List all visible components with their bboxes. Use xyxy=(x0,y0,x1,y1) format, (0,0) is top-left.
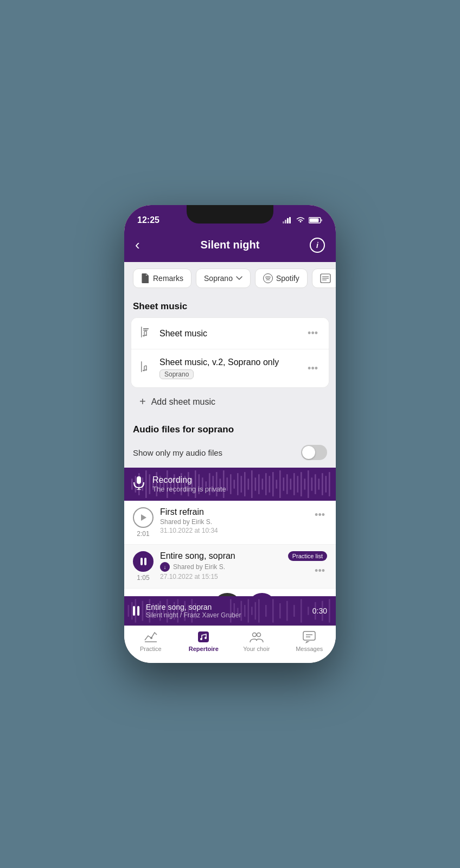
svg-rect-76 xyxy=(318,478,320,489)
recording-bar[interactable]: Recording The recording is private xyxy=(124,468,336,501)
sheet-music-item-2[interactable]: Sheet music, v.2, Soprano only Soprano •… xyxy=(131,350,329,387)
svg-rect-6 xyxy=(310,219,319,222)
back-button[interactable]: ‹ xyxy=(135,237,155,253)
wifi-icon xyxy=(296,216,305,224)
plus-icon: + xyxy=(139,395,146,408)
dropdown-icon xyxy=(236,276,242,280)
svg-rect-57 xyxy=(251,470,253,498)
nav-repertoire-label: Repertoire xyxy=(189,646,219,652)
playback-controls-row: 4s xyxy=(124,589,336,596)
svg-rect-77 xyxy=(322,473,323,495)
audio-title-2: Entire song, sopran xyxy=(160,551,282,561)
pause-button-2[interactable] xyxy=(133,551,154,572)
svg-point-127 xyxy=(252,633,256,637)
tab-sheet[interactable] xyxy=(312,269,336,288)
audio-info-1: First refrain Shared by Eirik S. 31.10.2… xyxy=(160,507,306,534)
svg-rect-66 xyxy=(283,477,285,490)
svg-rect-74 xyxy=(311,477,313,490)
audio-toggle-label: Show only my audio files xyxy=(133,448,222,457)
audio-date-2: 27.10.2022 at 15:15 xyxy=(160,573,282,580)
tab-spotify-label: Spotify xyxy=(276,274,299,283)
svg-rect-73 xyxy=(308,470,309,498)
sheet-music-item-1[interactable]: Sheet music ••• xyxy=(131,318,329,349)
audio-item-1: 2:01 First refrain Shared by Eirik S. 31… xyxy=(124,501,336,545)
bottom-nav: Practice Repertoire Your choir xyxy=(124,626,336,663)
sheet-music-more-1[interactable]: ••• xyxy=(305,326,320,341)
svg-rect-72 xyxy=(304,478,306,489)
audio-item-2: 1:05 Entire song, sopran ↓ Shared by Eir… xyxy=(124,545,336,589)
svg-rect-61 xyxy=(265,473,267,495)
chat-icon xyxy=(302,630,316,643)
svg-rect-54 xyxy=(241,476,242,493)
svg-rect-55 xyxy=(244,472,246,496)
svg-rect-83 xyxy=(128,605,130,617)
download-icon-2: ↓ xyxy=(160,562,170,572)
nav-repertoire[interactable]: Repertoire xyxy=(177,630,231,652)
status-icons xyxy=(283,216,323,224)
svg-rect-51 xyxy=(230,474,232,494)
svg-rect-71 xyxy=(301,472,302,496)
audio-title-1: First refrain xyxy=(160,507,306,517)
play-area-1: 2:01 xyxy=(133,507,154,538)
audio-right-1: ••• xyxy=(312,507,327,523)
audio-shared-2: ↓ Shared by Eirik S. xyxy=(160,562,282,572)
battery-icon xyxy=(309,216,323,224)
svg-rect-129 xyxy=(303,631,315,640)
audio-right-2: Practice list ••• xyxy=(288,551,327,579)
svg-rect-28 xyxy=(149,474,151,494)
header: ‹ Silent night i xyxy=(124,232,336,262)
nav-messages-label: Messages xyxy=(296,646,323,652)
svg-rect-80 xyxy=(137,476,141,484)
svg-point-126 xyxy=(205,637,207,639)
sheet-music-more-2[interactable]: ••• xyxy=(305,361,320,376)
svg-rect-67 xyxy=(286,474,288,494)
add-sheet-music-label: Add sheet music xyxy=(151,397,215,407)
tab-soprano[interactable]: Soprano xyxy=(196,269,251,288)
svg-rect-52 xyxy=(234,480,235,488)
nav-practice-label: Practice xyxy=(140,646,162,652)
svg-rect-63 xyxy=(272,472,274,496)
svg-rect-124 xyxy=(198,631,209,642)
tab-spotify[interactable]: Spotify xyxy=(255,269,308,288)
svg-line-22 xyxy=(144,366,146,366)
svg-rect-2 xyxy=(287,218,289,224)
svg-rect-59 xyxy=(258,474,260,494)
svg-rect-75 xyxy=(315,474,316,494)
svg-point-16 xyxy=(143,335,145,336)
play-button-1[interactable] xyxy=(133,507,154,528)
audio-shared-1: Shared by Eirik S. xyxy=(160,518,306,526)
svg-rect-62 xyxy=(269,476,271,493)
svg-rect-78 xyxy=(325,476,327,493)
add-sheet-music-button[interactable]: + Add sheet music xyxy=(131,388,329,416)
audio-more-2[interactable]: ••• xyxy=(312,563,327,579)
recording-subtitle: The recording is private xyxy=(152,485,226,493)
sheet-music-tab-icon xyxy=(320,273,331,283)
svg-rect-19 xyxy=(141,361,142,372)
info-button[interactable]: i xyxy=(305,238,325,253)
np-subtitle: Silent night / Franz Xaver Gruber xyxy=(146,611,306,619)
svg-rect-69 xyxy=(293,473,295,495)
practice-badge-2: Practice list xyxy=(288,551,327,561)
svg-rect-1 xyxy=(285,220,286,224)
svg-rect-65 xyxy=(279,470,281,498)
svg-rect-79 xyxy=(329,472,330,496)
people-icon xyxy=(249,630,264,643)
np-pause-button[interactable] xyxy=(133,606,139,616)
nav-choir[interactable]: Your choir xyxy=(230,630,283,652)
now-playing-bar: Entire song, sopran Silent night / Franz… xyxy=(124,596,336,626)
svg-point-21 xyxy=(145,369,147,371)
svg-rect-87 xyxy=(142,601,144,621)
duration-2: 1:05 xyxy=(137,574,149,582)
svg-rect-64 xyxy=(276,480,278,488)
svg-rect-58 xyxy=(255,477,257,490)
nav-practice[interactable]: Practice xyxy=(124,630,177,652)
nav-messages[interactable]: Messages xyxy=(283,630,336,652)
info-circle-icon[interactable]: i xyxy=(310,238,325,253)
svg-rect-60 xyxy=(262,478,264,489)
svg-rect-50 xyxy=(227,477,228,490)
audio-toggle-row: Show only my audio files xyxy=(124,441,336,468)
audio-toggle[interactable] xyxy=(301,445,327,460)
sheet-music-title-1: Sheet music xyxy=(159,329,299,339)
tab-remarks[interactable]: Remarks xyxy=(133,269,191,288)
audio-more-1[interactable]: ••• xyxy=(312,507,327,523)
